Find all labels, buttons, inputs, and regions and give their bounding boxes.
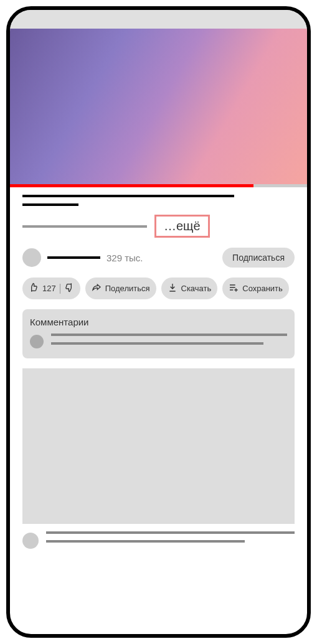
comment-text-placeholder [51,334,287,336]
channel-row[interactable]: 329 тыс. Подписаться [22,248,295,268]
video-title-placeholder [22,195,234,197]
recommended-title-placeholder [46,540,245,543]
channel-name-placeholder [47,256,100,259]
like-dislike-pill[interactable]: 127 [22,278,80,299]
save-label: Сохранить [242,284,283,293]
recommended-video-meta[interactable] [22,531,295,549]
subscribe-button[interactable]: Подписаться [222,248,295,268]
comment-preview [30,334,287,351]
more-link[interactable]: …ещё [154,215,210,238]
comments-section[interactable]: Комментарии [22,309,295,358]
video-description-placeholder [22,225,147,228]
channel-avatar[interactable] [22,248,41,267]
video-title-placeholder [22,203,78,206]
download-icon [168,282,177,294]
download-button[interactable]: Скачать [161,278,218,299]
share-label: Поделиться [105,284,150,293]
recommended-title-placeholder [46,531,295,534]
comments-title: Комментарии [30,317,287,327]
video-player[interactable] [10,29,307,184]
phone-frame: …ещё 329 тыс. Подписаться 127 [6,6,311,638]
like-count: 127 [42,284,56,293]
save-button[interactable]: Сохранить [222,278,289,299]
video-progress-fill [10,184,253,187]
divider [60,284,60,294]
playlist-add-icon [229,282,239,294]
recommended-channel-avatar [22,533,39,549]
status-bar [10,10,307,29]
recommended-video-thumbnail[interactable] [22,368,295,524]
share-button[interactable]: Поделиться [85,278,156,299]
share-icon [92,282,102,294]
download-label: Скачать [181,284,212,293]
subscriber-count: 329 тыс. [106,253,143,263]
commenter-avatar [30,335,44,348]
thumbs-up-icon [29,282,39,294]
comment-text-placeholder [51,342,263,345]
thumbs-down-icon [64,282,74,294]
